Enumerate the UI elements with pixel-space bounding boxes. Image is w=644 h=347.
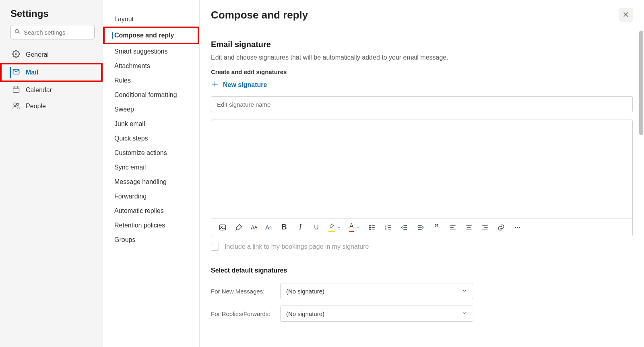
subnav-quick-steps[interactable]: Quick steps <box>103 131 199 146</box>
mail-icon <box>12 68 20 77</box>
bold-icon[interactable]: B <box>280 223 288 231</box>
close-icon <box>622 11 630 19</box>
search-input[interactable] <box>10 25 95 39</box>
italic-icon[interactable]: I <box>296 223 304 231</box>
font-color-icon[interactable]: A <box>349 223 360 232</box>
sidebar-item-label: Calendar <box>26 87 52 94</box>
subnav-rules[interactable]: Rules <box>103 73 199 88</box>
format-painter-icon[interactable] <box>235 223 243 231</box>
calendar-icon <box>12 85 20 95</box>
subnav-junk-email[interactable]: Junk email <box>103 117 199 131</box>
subnav-smart-suggestions[interactable]: Smart suggestions <box>103 44 199 59</box>
page-title: Compose and reply <box>211 9 308 21</box>
sidebar-item-general[interactable]: General <box>0 47 103 63</box>
bulleted-list-icon[interactable] <box>368 223 376 231</box>
highlight-color-icon[interactable] <box>328 223 341 232</box>
subnav-compose-reply[interactable]: Compose and reply <box>103 27 199 44</box>
svg-point-44 <box>518 227 520 228</box>
for-replies-select[interactable]: (No signature) <box>280 306 473 322</box>
svg-rect-3 <box>13 87 19 92</box>
for-replies-value: (No signature) <box>286 310 324 317</box>
underline-icon[interactable]: U <box>312 223 320 231</box>
sidebar-item-mail[interactable]: Mail <box>0 63 103 82</box>
svg-point-8 <box>17 103 19 105</box>
people-icon <box>12 101 20 111</box>
font-case-icon[interactable]: AA <box>251 223 257 231</box>
new-signature-button[interactable]: New signature <box>211 80 267 90</box>
for-new-select[interactable]: (No signature) <box>280 283 473 299</box>
new-signature-label: New signature <box>223 81 267 89</box>
for-new-value: (No signature) <box>286 288 324 295</box>
email-signature-desc: Edit and choose signatures that will be … <box>211 54 633 61</box>
subnav-groups[interactable]: Groups <box>103 233 199 247</box>
signature-name-input[interactable] <box>211 96 633 112</box>
mail-subnav: Layout Compose and reply Smart suggestio… <box>103 0 200 347</box>
main-pane: Compose and reply Email signature Edit a… <box>200 0 644 347</box>
quote-icon[interactable]: ” <box>433 223 441 231</box>
subnav-conditional-formatting[interactable]: Conditional formatting <box>103 88 199 102</box>
scrollbar[interactable] <box>639 31 643 135</box>
email-signature-heading: Email signature <box>211 40 633 49</box>
subnav-layout[interactable]: Layout <box>103 12 199 27</box>
align-left-icon[interactable] <box>449 223 457 231</box>
subnav-attachments[interactable]: Attachments <box>103 59 199 73</box>
subnav-sync-email[interactable]: Sync email <box>103 160 199 175</box>
insert-link-icon[interactable] <box>497 223 505 231</box>
close-button[interactable] <box>619 8 633 22</box>
subnav-forwarding[interactable]: Forwarding <box>103 189 199 204</box>
decrease-indent-icon[interactable] <box>400 223 409 231</box>
align-center-icon[interactable] <box>465 223 473 231</box>
subnav-customize-actions[interactable]: Customize actions <box>103 146 199 160</box>
bookings-label: Include a link to my bookings page in my… <box>225 243 369 250</box>
search-icon <box>14 29 20 36</box>
image-icon[interactable] <box>219 223 227 231</box>
increase-indent-icon[interactable] <box>417 223 425 231</box>
for-replies-label: For Replies/Forwards: <box>211 310 271 317</box>
svg-point-2 <box>15 53 17 55</box>
sidebar-item-calendar[interactable]: Calendar <box>0 82 103 98</box>
settings-sidebar: Settings General Mail Calendar <box>0 0 103 347</box>
svg-point-15 <box>369 225 371 226</box>
editor-toolbar: AA A◇ B I U A 123 ” <box>211 218 632 236</box>
svg-point-19 <box>369 228 371 229</box>
subnav-message-handling[interactable]: Message handling <box>103 175 199 189</box>
svg-text:3: 3 <box>385 227 386 230</box>
numbered-list-icon[interactable]: 123 <box>384 223 392 231</box>
svg-point-0 <box>15 29 19 33</box>
font-size-icon[interactable]: A◇ <box>265 223 272 231</box>
more-options-icon[interactable] <box>513 223 521 231</box>
chevron-down-icon <box>462 310 467 317</box>
default-signatures-heading: Select default signatures <box>211 267 633 274</box>
sidebar-item-label: General <box>26 51 49 58</box>
settings-title: Settings <box>0 8 103 25</box>
for-new-label: For New Messages: <box>211 288 271 295</box>
plus-icon <box>211 80 219 90</box>
subnav-retention-policies[interactable]: Retention policies <box>103 218 199 233</box>
chevron-down-icon <box>462 288 467 295</box>
signature-editor[interactable]: AA A◇ B I U A 123 ” <box>211 120 633 236</box>
svg-point-7 <box>14 103 17 105</box>
sidebar-item-label: Mail <box>26 69 38 76</box>
create-edit-label: Create and edit signatures <box>211 68 633 75</box>
gear-icon <box>12 50 20 60</box>
align-right-icon[interactable] <box>481 223 489 231</box>
sidebar-item-label: People <box>26 103 46 110</box>
subnav-automatic-replies[interactable]: Automatic replies <box>103 204 199 218</box>
chevron-down-icon <box>336 225 341 230</box>
svg-line-1 <box>18 32 20 34</box>
svg-rect-13 <box>220 225 226 230</box>
sidebar-item-people[interactable]: People <box>0 98 103 114</box>
bookings-checkbox[interactable] <box>211 243 219 251</box>
chevron-down-icon <box>355 225 360 230</box>
svg-point-43 <box>516 227 518 228</box>
subnav-sweep[interactable]: Sweep <box>103 102 199 117</box>
svg-point-17 <box>369 227 371 228</box>
svg-point-42 <box>514 227 516 228</box>
